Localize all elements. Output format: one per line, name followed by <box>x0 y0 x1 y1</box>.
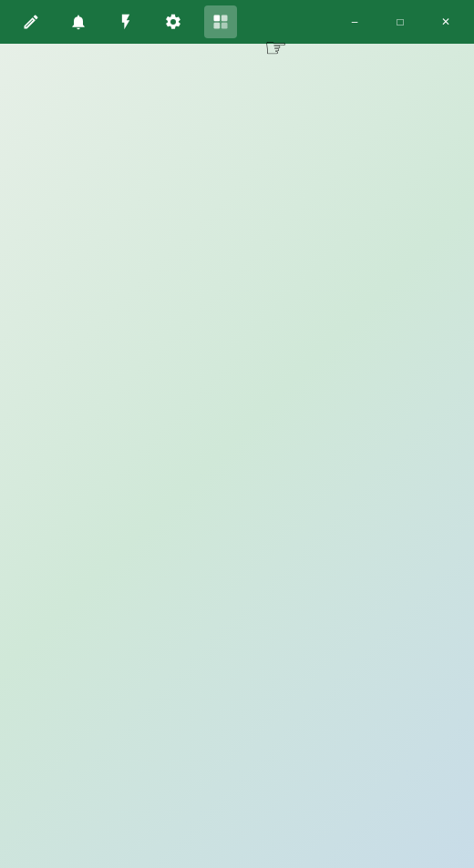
svg-rect-3 <box>222 23 228 29</box>
minimize-button[interactable]: – <box>334 7 376 36</box>
svg-rect-1 <box>222 15 228 22</box>
svg-rect-0 <box>214 15 221 22</box>
lightning-icon[interactable] <box>109 5 142 38</box>
copilot-nav-icon[interactable] <box>204 5 237 38</box>
bell-icon[interactable] <box>62 5 95 38</box>
toolbar-right: – □ ✕ <box>334 7 467 36</box>
close-button[interactable]: ✕ <box>425 7 467 36</box>
compose-icon[interactable] <box>15 5 47 38</box>
toolbar-left <box>7 5 237 38</box>
maximize-button[interactable]: □ <box>379 7 421 36</box>
gear-icon[interactable] <box>157 5 190 38</box>
svg-rect-2 <box>214 23 221 29</box>
toolbar: – □ ✕ <box>0 0 474 44</box>
